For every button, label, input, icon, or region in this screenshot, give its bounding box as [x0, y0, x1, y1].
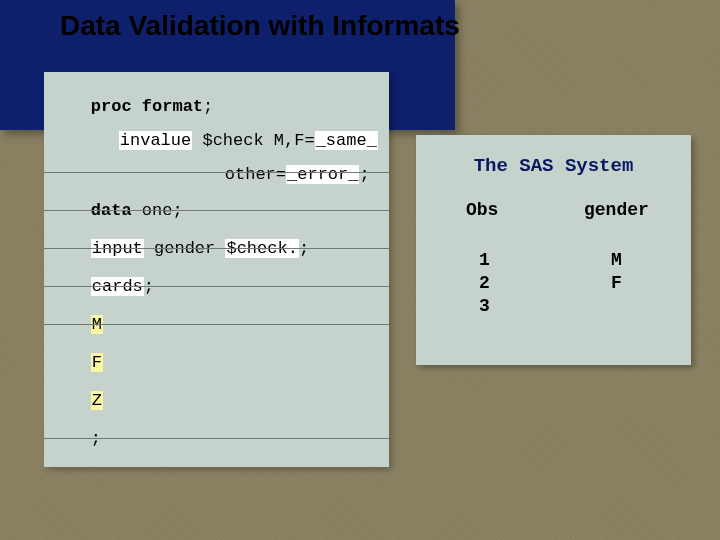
code-text: ; — [359, 165, 369, 184]
col-header-obs: Obs — [466, 200, 498, 220]
obs-2: 2 — [479, 273, 490, 293]
kw-invalue: invalue — [119, 131, 192, 150]
data-Z: Z — [91, 391, 103, 410]
divider — [44, 286, 389, 287]
divider — [44, 210, 389, 211]
divider — [44, 248, 389, 249]
gender-1: M — [611, 250, 622, 270]
output-title: The SAS System — [416, 155, 691, 177]
output-panel: The SAS System Obs gender 1 M 2 F 3 — [416, 135, 691, 365]
gender-2: F — [611, 273, 622, 293]
divider — [44, 438, 389, 439]
obs-3: 3 — [479, 296, 490, 316]
code-panel: proc format; invalue $check M,F=_same_ o… — [44, 72, 389, 467]
data-F: F — [91, 353, 103, 372]
divider — [44, 324, 389, 325]
divider — [44, 172, 389, 173]
obs-1: 1 — [479, 250, 490, 270]
code-line-3: other=_error_; — [184, 146, 370, 203]
col-header-gender: gender — [584, 200, 649, 220]
code-text: other= — [225, 165, 286, 184]
kw-error: _error_ — [286, 165, 359, 184]
slide-title: Data Validation with Informats — [60, 10, 460, 42]
